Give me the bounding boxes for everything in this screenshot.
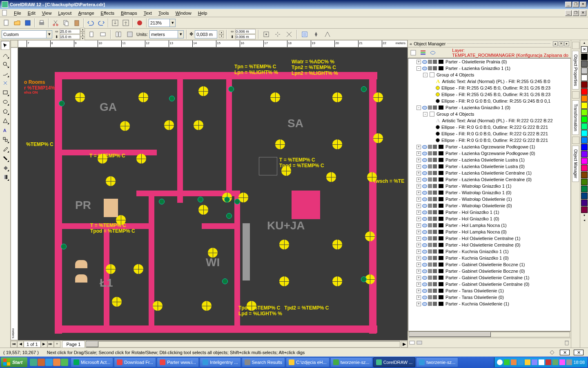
undo-button[interactable] bbox=[86, 18, 96, 28]
print-icon[interactable] bbox=[428, 217, 432, 221]
light-symbol[interactable] bbox=[198, 86, 208, 96]
open-button[interactable] bbox=[12, 18, 22, 28]
snap2-button[interactable] bbox=[273, 29, 283, 39]
cut-button[interactable] bbox=[51, 18, 60, 28]
ruler-origin[interactable] bbox=[11, 40, 18, 47]
sensor-symbol[interactable] bbox=[234, 199, 240, 204]
sensor-symbol[interactable] bbox=[159, 199, 165, 204]
print-icon[interactable] bbox=[428, 263, 432, 267]
tray-icon[interactable] bbox=[504, 359, 510, 365]
eye-icon[interactable] bbox=[422, 211, 427, 214]
color-swatch[interactable] bbox=[581, 54, 588, 60]
taskbar-button[interactable]: Search Results bbox=[242, 357, 285, 367]
tree-expand-icon[interactable]: + bbox=[416, 302, 421, 306]
menu-arrange[interactable]: Arrange bbox=[75, 10, 97, 16]
color-swatch[interactable] bbox=[581, 67, 588, 74]
tree-row[interactable]: +Parter - Hol Oświetlenie Centralne (1) bbox=[408, 235, 570, 242]
print-icon[interactable] bbox=[428, 191, 432, 195]
page-width-input[interactable] bbox=[60, 29, 80, 34]
eyedropper-tool[interactable] bbox=[1, 144, 10, 153]
print-icon[interactable] bbox=[428, 151, 432, 155]
print-button[interactable] bbox=[37, 18, 47, 28]
tree-row[interactable]: +Parter - Hol Gniazdko 1 (1) bbox=[408, 209, 570, 215]
spin-up[interactable]: ▴ bbox=[219, 31, 224, 34]
edit-icon[interactable] bbox=[433, 276, 437, 280]
nudge-input[interactable] bbox=[195, 30, 217, 38]
edit-icon[interactable] bbox=[433, 105, 437, 110]
taskbar-button[interactable]: Download Fr... bbox=[114, 357, 156, 367]
panel-hscrollbar[interactable] bbox=[409, 332, 570, 337]
tree-row[interactable]: Ellipse - Fill: R:0 G:0 B:0, Outline: R:… bbox=[408, 137, 570, 144]
tree-row[interactable]: +Parter - Wiatrołap Oświetlenie (0) bbox=[408, 202, 570, 209]
edit-icon[interactable] bbox=[433, 184, 437, 188]
eye-icon[interactable] bbox=[422, 256, 427, 260]
taskbar-button[interactable]: tworzenie-sz... bbox=[416, 357, 458, 367]
menu-tools[interactable]: Tools bbox=[155, 10, 172, 16]
page-tab-1[interactable]: Page 1 bbox=[62, 341, 85, 348]
color-swatch[interactable] bbox=[581, 193, 588, 199]
mdi-restore-button[interactable]: ❐ bbox=[572, 10, 579, 16]
tray-icon[interactable] bbox=[497, 359, 503, 365]
color-swatch[interactable] bbox=[581, 144, 588, 150]
color-swatch[interactable] bbox=[581, 61, 588, 67]
color-swatch[interactable] bbox=[581, 206, 588, 213]
color-swatch[interactable] bbox=[581, 158, 588, 164]
print-icon[interactable] bbox=[428, 66, 432, 70]
color-swatch[interactable] bbox=[581, 102, 588, 109]
tree-expand-icon[interactable]: + bbox=[416, 171, 421, 175]
edit-icon[interactable] bbox=[433, 197, 437, 201]
export-button[interactable] bbox=[121, 18, 131, 28]
print-icon[interactable] bbox=[428, 302, 432, 306]
tree-row[interactable]: +Parter - Łazienka Ogrzewanie Podłogowe … bbox=[408, 150, 570, 157]
tree-expand-icon[interactable]: + bbox=[416, 249, 421, 254]
edit-layers-button[interactable] bbox=[419, 48, 428, 57]
tree-row[interactable]: +Parter - Gabinet Oświetlenie Boczne (1) bbox=[408, 261, 570, 268]
light-symbol[interactable] bbox=[247, 301, 256, 311]
tree-row[interactable]: +Parter - Gabinet Oświetlenie Centralne … bbox=[408, 281, 570, 287]
color-swatch[interactable] bbox=[581, 95, 588, 102]
print-icon[interactable] bbox=[428, 171, 432, 175]
panel-options-button[interactable]: ▸ bbox=[564, 41, 569, 46]
tree-row[interactable]: Ellipse - Fill: R:0 G:0 B:0, Outline: R:… bbox=[408, 130, 570, 137]
tree-row[interactable]: +Parter - Gabinet Oświetlenie Centralne … bbox=[408, 274, 570, 281]
tree-expand-icon[interactable]: - bbox=[423, 73, 428, 77]
tree-row[interactable]: +Parter - Gabinet Oświetlenie Boczne (0) bbox=[408, 268, 570, 274]
color-swatch[interactable] bbox=[581, 74, 588, 81]
light-symbol[interactable] bbox=[198, 205, 208, 215]
dropdown-icon[interactable]: ▾ bbox=[178, 30, 184, 38]
ql-icon[interactable] bbox=[45, 359, 53, 366]
light-symbol[interactable] bbox=[367, 172, 377, 182]
eye-icon[interactable] bbox=[422, 296, 427, 299]
tree-row[interactable]: Ellipse - Fill: R:0 G:0 B:0, Outline: R:… bbox=[408, 98, 570, 104]
eye-icon[interactable] bbox=[422, 276, 427, 280]
tree-expand-icon[interactable]: - bbox=[416, 66, 421, 71]
eye-icon[interactable] bbox=[422, 283, 427, 286]
color-swatch[interactable] bbox=[581, 88, 588, 95]
rectangle-tool[interactable] bbox=[1, 88, 10, 97]
print-icon[interactable] bbox=[428, 230, 432, 234]
dock-expand-button[interactable] bbox=[572, 42, 579, 49]
print-icon[interactable] bbox=[428, 282, 432, 286]
light-symbol[interactable] bbox=[134, 264, 143, 274]
show-props-button[interactable] bbox=[409, 48, 418, 57]
edit-icon[interactable] bbox=[433, 243, 437, 247]
sensor-symbol[interactable] bbox=[226, 213, 232, 219]
dropdown-icon[interactable]: ▾ bbox=[47, 30, 52, 38]
tree-row[interactable]: +Parter - Hol Oświetlenie Centralne (0) bbox=[408, 242, 570, 248]
tray-icon[interactable] bbox=[546, 359, 551, 365]
tree-row[interactable]: AArtistic Text: Arial (Normal) (PL) - Fi… bbox=[408, 117, 570, 124]
ellipse-tool[interactable] bbox=[1, 97, 10, 106]
edit-icon[interactable] bbox=[433, 210, 437, 214]
spin-up[interactable]: ▴ bbox=[80, 33, 85, 37]
delete-button[interactable] bbox=[564, 339, 570, 347]
taskbar-button[interactable]: Inteligentny ... bbox=[200, 357, 241, 367]
light-symbol[interactable] bbox=[98, 154, 107, 164]
landscape-button[interactable] bbox=[98, 29, 108, 39]
eye-icon[interactable] bbox=[422, 302, 427, 306]
light-symbol[interactable] bbox=[365, 231, 375, 241]
tree-row[interactable]: +Parter - Wiatrołap Gniazdko 1 (1) bbox=[408, 183, 570, 189]
tray-icon[interactable] bbox=[566, 359, 572, 365]
edit-icon[interactable] bbox=[433, 249, 437, 254]
light-symbol[interactable] bbox=[281, 166, 291, 176]
color-swatch[interactable] bbox=[581, 186, 588, 192]
